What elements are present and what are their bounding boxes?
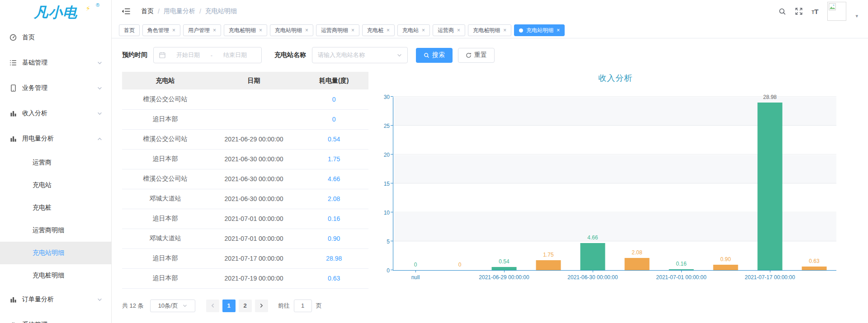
- x-axis-label: 2021-06-29 00:00:00: [479, 274, 529, 281]
- chart-bar: [536, 260, 561, 270]
- sidebar-subitem[interactable]: 运营商明细: [0, 219, 111, 242]
- main-area: 首页 / 用电量分析 / 充电站明细 TT ▾ 首页角色管理×用户管理×充电桩明…: [112, 0, 868, 323]
- tab-close-icon[interactable]: ×: [387, 28, 390, 33]
- tab-label: 充电站明细: [275, 27, 302, 34]
- tab-close-icon[interactable]: ×: [422, 28, 425, 33]
- chart-title: 收入分析: [374, 73, 857, 84]
- tab-close-icon[interactable]: ×: [305, 28, 308, 33]
- prev-page-button[interactable]: [206, 300, 219, 312]
- sidebar-collapse-icon[interactable]: [122, 8, 130, 15]
- date-range-input[interactable]: 开始日期 - 结束日期: [153, 47, 262, 63]
- sidebar-item[interactable]: 用电量分析: [0, 126, 111, 151]
- value-link[interactable]: 0: [299, 109, 368, 129]
- table-row: 檀溪公交公司站2021-06-30 00:00:004.66: [122, 169, 368, 189]
- x-axis-tick: [593, 270, 593, 272]
- chart-slot: 0.63: [792, 97, 836, 270]
- goto-page-input[interactable]: [294, 300, 312, 312]
- chart-bar: [713, 265, 738, 270]
- bar-value-label: 2.08: [632, 249, 642, 256]
- page-size-select[interactable]: 10条/页: [150, 300, 195, 312]
- column-header: 充电站: [122, 72, 208, 89]
- date-cell: 2021-06-30 00:00:00: [208, 189, 300, 209]
- tab-close-icon[interactable]: ×: [503, 28, 506, 33]
- sidebar-subitem-label: 充电站明细: [33, 249, 64, 257]
- sidebar-subitem[interactable]: 运营商: [0, 151, 111, 174]
- tab-active[interactable]: 充电站明细×: [514, 24, 565, 36]
- bar-value-label: 4.66: [587, 234, 598, 241]
- sidebar-item-label: 订单量分析: [22, 295, 54, 304]
- tab-item[interactable]: 首页: [119, 24, 140, 36]
- value-link[interactable]: 4.66: [299, 169, 368, 189]
- sidebar-subitem[interactable]: 充电桩明细: [0, 264, 111, 287]
- tab-item[interactable]: 角色管理×: [142, 24, 180, 36]
- tab-close-icon[interactable]: ×: [213, 28, 216, 33]
- page-button-1[interactable]: 1: [222, 300, 236, 312]
- reset-button[interactable]: 重置: [458, 48, 495, 63]
- chevron-down-icon: [397, 53, 402, 58]
- sidebar-item[interactable]: 首页: [0, 25, 111, 50]
- tab-item[interactable]: 充电桩明细×: [224, 24, 267, 36]
- avatar[interactable]: [827, 2, 846, 21]
- value-link[interactable]: 1.75: [299, 149, 368, 169]
- tab-item[interactable]: 充电站×: [397, 24, 430, 36]
- reset-button-label: 重置: [474, 51, 487, 59]
- date-cell: 2021-06-29 00:00:00: [208, 129, 300, 149]
- page-button-2[interactable]: 2: [239, 300, 252, 312]
- value-link[interactable]: 0: [299, 89, 368, 109]
- tab-close-icon[interactable]: ×: [457, 28, 460, 33]
- value-link[interactable]: 0.90: [299, 229, 368, 248]
- sidebar-subitem[interactable]: 充电站明细: [0, 242, 111, 264]
- fullscreen-icon[interactable]: [795, 8, 802, 15]
- bar-chart-icon: [9, 109, 17, 117]
- tab-close-icon[interactable]: ×: [259, 28, 262, 33]
- station-cell: 邓城大道站: [122, 189, 208, 209]
- tab-close-icon[interactable]: ×: [557, 28, 560, 33]
- chart-slot: 0.542021-06-29 00:00:00: [482, 97, 526, 270]
- pagination: 共 12 条 10条/页 12 前往 页: [122, 300, 368, 312]
- value-link[interactable]: 2.08: [299, 189, 368, 209]
- chart-slot: 0: [438, 97, 482, 270]
- column-header: 日期: [208, 72, 300, 89]
- breadcrumb-separator: /: [199, 8, 201, 15]
- sidebar-item[interactable]: 业务管理: [0, 75, 111, 101]
- value-link[interactable]: 0.63: [299, 268, 368, 288]
- chevron-down-icon: [97, 61, 102, 66]
- column-header: 耗电量(度): [299, 72, 368, 89]
- tab-item[interactable]: 充电站明细×: [270, 24, 313, 36]
- tab-item[interactable]: 充电桩×: [362, 24, 395, 36]
- breadcrumb: 首页 / 用电量分析 / 充电站明细: [141, 7, 237, 15]
- sidebar-item[interactable]: 订单量分析: [0, 287, 111, 312]
- sidebar-subitem-label: 充电桩明细: [33, 272, 64, 280]
- search-button[interactable]: 搜索: [416, 48, 453, 63]
- sidebar-subitem[interactable]: 充电站: [0, 174, 111, 197]
- tab-label: 充电桩明细: [229, 27, 256, 34]
- sidebar-item[interactable]: 系统管理: [0, 312, 111, 323]
- chevron-up-icon: [97, 136, 102, 141]
- sidebar-item[interactable]: 基础管理: [0, 50, 111, 75]
- tab-close-icon[interactable]: ×: [172, 28, 175, 33]
- tab-label: 角色管理: [147, 27, 169, 34]
- tab-close-icon[interactable]: ×: [351, 28, 354, 33]
- header-actions: TT ▾: [778, 2, 858, 21]
- tab-item[interactable]: 充电桩明细×: [468, 24, 511, 36]
- sidebar-subitem[interactable]: 充电桩: [0, 197, 111, 219]
- sidebar-item[interactable]: 收入分析: [0, 101, 111, 126]
- chart-slot: 1.75: [526, 97, 571, 270]
- pagination-total: 共 12 条: [122, 302, 144, 310]
- search-icon[interactable]: [778, 8, 786, 15]
- tab-label: 充电站: [402, 27, 419, 34]
- value-link[interactable]: 28.98: [299, 248, 368, 268]
- tab-item[interactable]: 运营商明细×: [316, 24, 359, 36]
- font-size-icon[interactable]: TT: [811, 8, 818, 15]
- sidebar: 凡小电 ⚡ ® 首页基础管理业务管理收入分析用电量分析运营商充电站充电桩运营商明…: [0, 0, 112, 323]
- table-row: 邓城大道站2021-06-30 00:00:002.08: [122, 189, 368, 209]
- tab-item[interactable]: 用户管理×: [183, 24, 221, 36]
- station-select[interactable]: 请输入充电站名称: [312, 47, 408, 63]
- tab-item[interactable]: 运营商×: [433, 24, 465, 36]
- breadcrumb-home[interactable]: 首页: [141, 7, 154, 15]
- next-page-button[interactable]: [255, 300, 268, 312]
- tab-label: 用户管理: [188, 27, 210, 34]
- value-link[interactable]: 0.54: [299, 129, 368, 149]
- value-link[interactable]: 0.16: [299, 209, 368, 229]
- caret-down-icon[interactable]: ▾: [855, 13, 858, 19]
